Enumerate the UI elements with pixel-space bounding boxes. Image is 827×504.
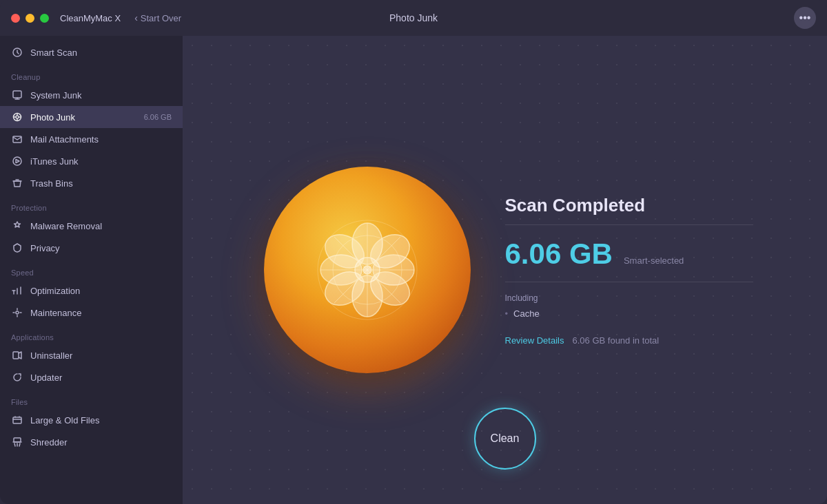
itunes-junk-label: iTunes Junk xyxy=(30,156,79,167)
main-content: Smart Scan Cleanup System Junk xyxy=(0,36,827,504)
svg-point-9 xyxy=(13,157,21,165)
app-orb xyxy=(264,167,471,373)
review-text: 6.06 GB found in total xyxy=(572,335,659,346)
smart-scan-icon xyxy=(11,46,23,59)
sidebar-item-uninstaller[interactable]: Uninstaller xyxy=(0,344,183,366)
scan-completed-title: Scan Completed xyxy=(505,195,753,216)
minimize-button[interactable] xyxy=(25,14,34,23)
shredder-label: Shredder xyxy=(30,437,67,448)
large-files-icon xyxy=(11,414,23,426)
app-name: CleanMyMac X xyxy=(60,13,121,23)
svg-point-3 xyxy=(16,116,19,118)
including-label: Including xyxy=(505,293,753,303)
titlebar: CleanMyMac X ‹ Start Over Photo Junk ••• xyxy=(0,0,827,36)
smart-selected-label: Smart-selected xyxy=(624,255,684,266)
info-panel: Scan Completed 6.06 GB Smart-selected In… xyxy=(491,181,781,359)
system-junk-label: System Junk xyxy=(30,90,81,101)
smart-scan-label: Smart Scan xyxy=(30,48,77,58)
optimization-icon xyxy=(11,284,23,297)
sidebar-item-system-junk[interactable]: System Junk xyxy=(0,84,183,106)
section-label-cleanup: Cleanup xyxy=(0,63,183,84)
malware-icon xyxy=(11,220,23,232)
sidebar-item-photo-junk[interactable]: Photo Junk 6.06 GB xyxy=(0,106,183,128)
close-button[interactable] xyxy=(11,14,20,23)
svg-point-14 xyxy=(16,311,19,314)
sidebar-item-privacy[interactable]: Privacy xyxy=(0,237,183,259)
section-label-files: Files xyxy=(0,388,183,409)
maintenance-icon xyxy=(11,306,23,319)
divider-2 xyxy=(505,282,753,282)
menu-button[interactable]: ••• xyxy=(794,7,816,29)
page-title: Photo Junk xyxy=(389,12,438,23)
sidebar-item-mail-attachments[interactable]: Mail Attachments xyxy=(0,128,183,150)
section-label-protection: Protection xyxy=(0,194,183,215)
trash-icon xyxy=(11,177,23,189)
back-button-label: Start Over xyxy=(141,13,181,23)
back-button[interactable]: ‹ Start Over xyxy=(134,12,181,23)
sidebar-item-maintenance[interactable]: Maintenance xyxy=(0,302,183,324)
chevron-left-icon: ‹ xyxy=(134,12,138,23)
review-row: Review Details 6.06 GB found in total xyxy=(505,335,753,346)
photo-junk-icon xyxy=(11,111,23,123)
uninstaller-icon xyxy=(11,349,23,361)
mail-icon xyxy=(11,133,23,145)
photo-junk-badge: 6.06 GB xyxy=(144,113,172,121)
uninstaller-label: Uninstaller xyxy=(30,350,72,361)
privacy-icon xyxy=(11,242,23,254)
privacy-label: Privacy xyxy=(30,243,60,253)
app-window: CleanMyMac X ‹ Start Over Photo Junk •••… xyxy=(0,0,827,504)
itunes-icon xyxy=(11,155,23,167)
clean-button-container: Clean xyxy=(474,408,536,470)
optimization-label: Optimization xyxy=(30,286,80,296)
mail-attachments-label: Mail Attachments xyxy=(30,134,99,145)
size-value: 6.06 GB xyxy=(505,238,613,271)
bullet-icon: • xyxy=(505,308,509,319)
flower-icon xyxy=(292,194,443,346)
sidebar-item-trash-bins[interactable]: Trash Bins xyxy=(0,172,183,194)
traffic-lights xyxy=(11,14,49,23)
sidebar-item-updater[interactable]: Updater xyxy=(0,366,183,388)
section-label-applications: Applications xyxy=(0,324,183,344)
large-old-files-label: Large & Old Files xyxy=(30,415,99,426)
orb-container xyxy=(257,160,478,380)
cache-label: Cache xyxy=(513,308,540,319)
svg-rect-16 xyxy=(13,417,21,423)
sidebar-item-itunes-junk[interactable]: iTunes Junk xyxy=(0,150,183,172)
sidebar-item-smart-scan[interactable]: Smart Scan xyxy=(0,41,183,63)
ellipsis-icon: ••• xyxy=(799,12,811,24)
svg-point-33 xyxy=(363,266,371,274)
svg-rect-17 xyxy=(14,438,21,442)
size-row: 6.06 GB Smart-selected xyxy=(505,238,753,271)
updater-label: Updater xyxy=(30,372,62,383)
photo-junk-label: Photo Junk xyxy=(30,112,75,123)
maximize-button[interactable] xyxy=(40,14,49,23)
system-junk-icon xyxy=(11,89,23,101)
review-details-link[interactable]: Review Details xyxy=(505,335,564,346)
maintenance-label: Maintenance xyxy=(30,308,81,318)
sidebar-item-optimization[interactable]: Optimization xyxy=(0,280,183,302)
sidebar: Smart Scan Cleanup System Junk xyxy=(0,36,183,504)
right-panel: Scan Completed 6.06 GB Smart-selected In… xyxy=(183,36,827,504)
trash-bins-label: Trash Bins xyxy=(30,178,73,189)
svg-rect-15 xyxy=(13,352,19,359)
including-item-cache: • Cache xyxy=(505,308,753,319)
divider-1 xyxy=(505,224,753,225)
clean-button[interactable]: Clean xyxy=(474,408,536,470)
section-label-speed: Speed xyxy=(0,259,183,280)
svg-rect-1 xyxy=(13,91,21,98)
malware-removal-label: Malware Removal xyxy=(30,221,102,231)
shredder-icon xyxy=(11,436,23,448)
sidebar-item-large-old-files[interactable]: Large & Old Files xyxy=(0,409,183,431)
updater-icon xyxy=(11,371,23,384)
sidebar-item-malware-removal[interactable]: Malware Removal xyxy=(0,215,183,237)
sidebar-item-shredder[interactable]: Shredder xyxy=(0,431,183,453)
